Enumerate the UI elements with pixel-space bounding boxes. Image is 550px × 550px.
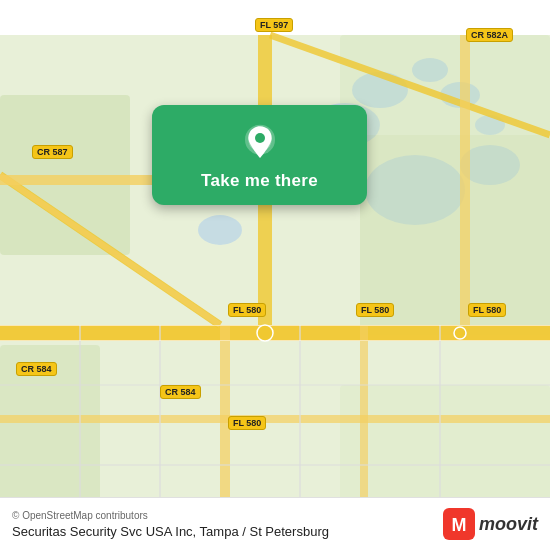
svg-rect-22 — [0, 415, 550, 423]
road-badge-fl580a: FL 580 — [228, 303, 266, 317]
svg-rect-31 — [0, 325, 550, 326]
attribution: © OpenStreetMap contributors — [12, 510, 329, 521]
road-badge-cr587: CR 587 — [32, 145, 73, 159]
svg-point-34 — [454, 327, 466, 339]
svg-rect-21 — [0, 175, 170, 185]
map-container: FL 597 CR 582A CR 587 FL 580 FL 580 FL 5… — [0, 0, 550, 550]
road-badge-fl580c: FL 580 — [468, 303, 506, 317]
svg-rect-24 — [360, 325, 368, 515]
svg-point-33 — [257, 325, 273, 341]
moovit-brand-icon: M — [443, 508, 475, 540]
svg-text:M: M — [451, 515, 466, 535]
take-me-there-card[interactable]: Take me there — [152, 105, 367, 205]
road-badge-fl597: FL 597 — [255, 18, 293, 32]
moovit-text: moovit — [479, 514, 538, 535]
svg-rect-15 — [0, 326, 550, 340]
svg-rect-32 — [0, 340, 550, 341]
place-name: Securitas Security Svc USA Inc, Tampa / … — [12, 524, 329, 539]
road-badge-cr584b: CR 584 — [160, 385, 201, 399]
road-badge-cr584: CR 584 — [16, 362, 57, 376]
svg-rect-10 — [340, 35, 550, 135]
take-me-there-label: Take me there — [201, 171, 318, 191]
svg-point-37 — [255, 133, 265, 143]
location-pin-icon — [240, 123, 280, 163]
road-badge-fl580b: FL 580 — [356, 303, 394, 317]
road-badge-fl580d: FL 580 — [228, 416, 266, 430]
road-badge-cr582a: CR 582A — [466, 28, 513, 42]
svg-rect-13 — [340, 385, 550, 515]
bottom-bar: © OpenStreetMap contributors Securitas S… — [0, 497, 550, 550]
svg-point-8 — [198, 215, 242, 245]
svg-rect-20 — [460, 35, 470, 325]
bottom-left: © OpenStreetMap contributors Securitas S… — [12, 510, 329, 539]
moovit-logo: M moovit — [443, 508, 538, 540]
